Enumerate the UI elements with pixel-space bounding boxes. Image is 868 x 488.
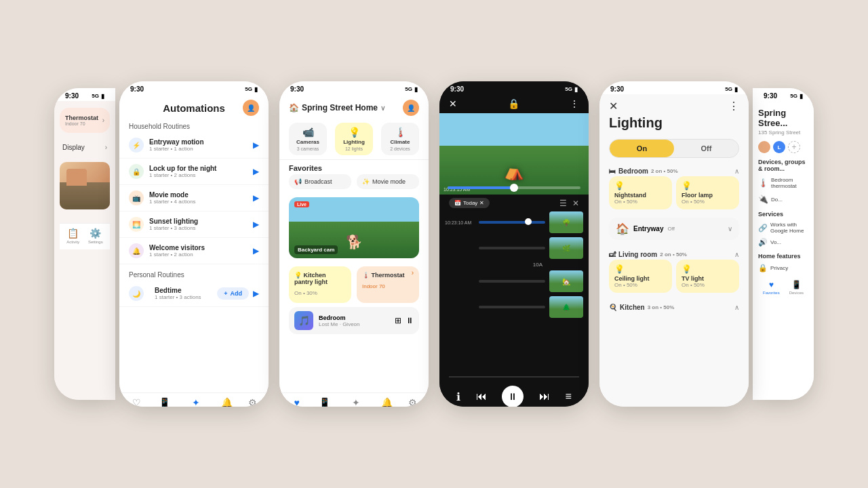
fav-moviemode[interactable]: ✨ Movie mode (357, 174, 419, 189)
timeline-bar-1[interactable] (479, 221, 545, 224)
entryway-section: 🏠 Entryway Off ∨ (609, 218, 739, 243)
routine-bedtime[interactable]: 🌙 Bedtime 1 starter • 3 actions + Add ▶ (119, 281, 269, 307)
menu-icon-4[interactable]: ≡ (565, 390, 571, 403)
cat-climate[interactable]: 🌡️ Climate 2 devices (381, 123, 419, 155)
bedroom-thermostat-item[interactable]: 🌡️ Bedroom thermostat (758, 174, 808, 192)
today-pill[interactable]: 📅 Today ✕ (449, 198, 490, 208)
kitchen-section: 🍳 Kitchen 3 on • 50% ∧ (609, 301, 739, 312)
close-icon-4[interactable]: ✕ (449, 98, 457, 109)
routine-welcome[interactable]: 🔔 Welcome visitors 1 starter • 2 action … (119, 238, 269, 264)
nav-favorites-3[interactable]: ♥ Favorites (287, 397, 307, 407)
battery-2: ▮ (254, 86, 258, 93)
prev-icon-4[interactable]: ⏮ (476, 390, 487, 403)
other-device-item[interactable]: 🔌 Do... (758, 192, 808, 207)
add-member-btn[interactable]: + (788, 141, 800, 153)
play-btn-lockup[interactable]: ▶ (253, 167, 259, 176)
voice-service[interactable]: 🔊 Vo... (758, 236, 808, 249)
floorlamp-card[interactable]: 💡 Floor lamp On • 50% (676, 176, 739, 209)
play-pause-icon[interactable]: ⏸ (406, 316, 414, 325)
signal-4: 5G (565, 86, 572, 92)
device-kitchen-light[interactable]: 💡 Kitchen pantry light On • 30% (289, 266, 351, 303)
play-btn-entryway[interactable]: ▶ (253, 140, 259, 150)
livingroom-chevron[interactable]: ∧ (734, 251, 739, 258)
ceiling-light-status: On • 50% (614, 282, 667, 288)
nav-settings-2[interactable]: ⚙ Settings (243, 397, 260, 407)
nav-activity-1[interactable]: 📋 Activity (66, 228, 79, 244)
routine-entryway[interactable]: ⚡ Entryway motion 1 starter • 1 action ▶ (119, 132, 269, 159)
more-icon-5[interactable]: ⋮ (728, 100, 739, 113)
tv-light-card[interactable]: 💡 TV light On • 50% (676, 260, 739, 293)
floorlamp-icon: 💡 (682, 181, 734, 190)
nav-automations-3[interactable]: ✦ Automations (343, 397, 370, 407)
play-btn-sunset[interactable]: ▶ (253, 220, 259, 229)
add-routine-btn[interactable]: + Add (217, 287, 249, 300)
ceiling-light-card[interactable]: 💡 Ceiling light On • 50% (609, 260, 672, 293)
next-icon-4[interactable]: ⏭ (539, 390, 550, 403)
scrubber-bar[interactable] (448, 186, 580, 189)
nav-activity-2[interactable]: 🔔 Activity (219, 397, 234, 407)
thumb-4: 🏡 (549, 270, 583, 292)
now-playing-bar[interactable]: 🎵 Bedroom Lost Me · Giveon ⊞ ⏸ (289, 307, 419, 334)
fav-broadcast[interactable]: 📢 Broadcast (289, 174, 351, 189)
pause-btn-4[interactable]: ⏸ (502, 386, 524, 407)
play-btn-welcome[interactable]: ▶ (253, 246, 259, 256)
user-avatar-3[interactable]: 👤 (403, 100, 419, 116)
battery-5: ▮ (734, 86, 738, 93)
timeline-bar-5[interactable] (479, 306, 545, 308)
toggle-off-btn[interactable]: Off (674, 140, 738, 157)
thermostat-label: Thermostat (65, 115, 98, 121)
nightstand-card[interactable]: 💡 Nightstand On • 50% (609, 176, 672, 209)
nav-automations-2[interactable]: ✦ Automations (183, 397, 210, 407)
close-icon-5[interactable]: ✕ (609, 100, 618, 113)
cat-cameras[interactable]: 📹 Cameras 3 cameras (289, 123, 327, 155)
nav-activity-3[interactable]: 🔔 Activity (379, 397, 394, 407)
spring-street-title: Spring Stree... (758, 108, 808, 128)
bedroom-header: 🛏 Bedroom 2 on • 50% ∧ (609, 165, 739, 176)
lock-icon-4[interactable]: 🔒 (508, 98, 519, 109)
nav-devices-2[interactable]: 📱 Devices (156, 397, 173, 407)
nightstand-status: On • 50% (614, 199, 667, 205)
nav-favorites-6[interactable]: ♥ Favorites (763, 280, 780, 295)
timeline-bar-2[interactable] (479, 247, 545, 249)
nav-settings-3[interactable]: ⚙ Settings (403, 397, 420, 407)
other-device-label: Do... (771, 197, 783, 203)
welcome-icon: 🔔 (129, 243, 144, 258)
backyard-cam-view[interactable]: Live 🐕 Backyard cam (289, 197, 419, 258)
bedroom-chevron[interactable]: ∧ (734, 167, 739, 175)
scrubber-handle[interactable] (510, 184, 518, 192)
nav-favorites-2[interactable]: ♡ Favorites (127, 397, 146, 407)
favorites-icon-2: ♡ (132, 397, 141, 407)
user-avatar-2[interactable]: 👤 (243, 100, 259, 116)
device-thermostat-3[interactable]: 🌡️ Thermostat Indoor 70 › (357, 266, 419, 303)
routine-lockup[interactable]: 🔒 Lock up for the night 1 starter • 2 ac… (119, 159, 269, 185)
timeline-bar-4[interactable] (479, 280, 545, 283)
grid-icon[interactable]: ⊞ (395, 316, 401, 325)
info-icon-4[interactable]: ℹ (456, 390, 460, 403)
bedroom-icon: 🛏 (609, 167, 616, 175)
entryway-chevron-5[interactable]: ∨ (728, 225, 732, 232)
cat-lighting[interactable]: 💡 Lighting 12 lights (335, 123, 373, 155)
routine-movie[interactable]: 📺 Movie mode 1 starter • 4 actions ▶ (119, 185, 269, 211)
play-btn-bedtime[interactable]: ▶ (253, 289, 259, 298)
google-home-service[interactable]: 🔗 Works with Google Home (758, 220, 808, 236)
nav-settings-1[interactable]: ⚙️ Settings (88, 228, 103, 244)
list-icon-4[interactable]: ☰ (559, 199, 567, 208)
nav-devices-6[interactable]: 📱 Devices (789, 280, 804, 295)
thermostat-card[interactable]: Thermostat Indoor 70 › (60, 108, 110, 133)
kitchen-chevron-5[interactable]: ∧ (734, 304, 739, 311)
more-icon-4[interactable]: ⋮ (570, 98, 579, 109)
play-btn-movie[interactable]: ▶ (253, 193, 259, 203)
nav-devices-3[interactable]: 📱 Devices (316, 397, 333, 407)
display-row[interactable]: Display › (60, 138, 110, 157)
routine-sunset[interactable]: 🌅 Sunset lighting 1 starter • 3 actions … (119, 211, 269, 238)
toggle-on-btn[interactable]: On (610, 140, 674, 157)
privacy-item[interactable]: 🔒 Privacy (758, 262, 808, 274)
entryway-icon-5: 🏠 (616, 222, 629, 235)
close-timeline-icon[interactable]: ✕ (572, 199, 579, 208)
broadcast-icon: 📢 (294, 178, 302, 185)
entryway-info: 🏠 Entryway Off (616, 222, 675, 235)
home-name-row[interactable]: 🏠 Spring Street Home ∨ (289, 103, 385, 113)
status-icons-3: 5G ▮ (405, 86, 418, 93)
thumb-2: 🌿 (549, 237, 583, 259)
entryway-row[interactable]: 🏠 Entryway Off ∨ (609, 218, 739, 240)
